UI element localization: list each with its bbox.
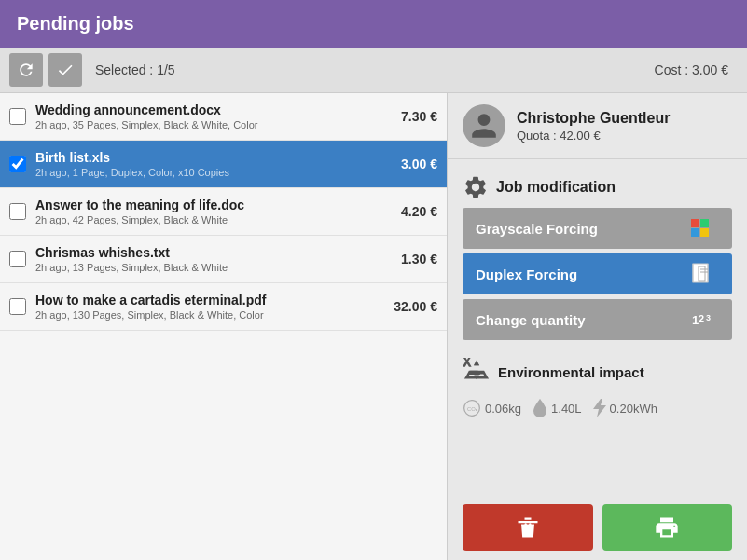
energy-value: 0.20kWh bbox=[610, 402, 657, 416]
svg-rect-3 bbox=[700, 228, 709, 237]
right-panel: Christophe Guentleur Quota : 42.00 € Job… bbox=[448, 93, 747, 560]
svg-text:CO₂: CO₂ bbox=[467, 406, 478, 412]
svg-text:3: 3 bbox=[706, 313, 711, 322]
water-icon bbox=[533, 399, 547, 417]
job-name: Wedding announcement.docx bbox=[35, 102, 392, 117]
job-info: How to make a cartadis eterminal.pdf2h a… bbox=[35, 293, 384, 321]
svg-rect-16 bbox=[529, 523, 531, 533]
job-list: Wedding announcement.docx2h ago, 35 Page… bbox=[0, 93, 448, 560]
job-name: Birth list.xls bbox=[35, 150, 392, 165]
print-icon bbox=[654, 514, 680, 540]
job-meta: 2h ago, 42 Pages, Simplex, Black & White bbox=[35, 214, 392, 225]
job-item[interactable]: Answer to the meaning of life.doc2h ago,… bbox=[0, 188, 447, 236]
option-label: Change quantity bbox=[476, 312, 586, 328]
job-checkbox[interactable] bbox=[9, 108, 26, 125]
job-cost: 1.30 € bbox=[401, 252, 437, 266]
option-label: Grayscale Forcing bbox=[476, 221, 598, 237]
action-buttons bbox=[448, 493, 747, 560]
job-item[interactable]: Wedding announcement.docx2h ago, 35 Page… bbox=[0, 93, 447, 141]
svg-text:2: 2 bbox=[699, 313, 704, 324]
user-avatar bbox=[463, 104, 505, 147]
env-metrics: CO₂ 0.06kg 1.40L 0.20kWh bbox=[463, 393, 732, 423]
water-metric: 1.40L bbox=[533, 399, 582, 417]
job-item[interactable]: Chrismas whishes.txt2h ago, 13 Pages, Si… bbox=[0, 236, 447, 283]
job-cost: 7.30 € bbox=[401, 109, 437, 124]
co2-icon: CO₂ bbox=[463, 399, 481, 417]
option-buttons-container: Grayscale Forcing Duplex Forcing Change … bbox=[463, 208, 732, 340]
job-meta: 2h ago, 130 Pages, Simplex, Black & Whit… bbox=[35, 309, 384, 321]
job-meta: 2h ago, 35 Pages, Simplex, Black & White… bbox=[35, 119, 392, 130]
modification-title: Job modification bbox=[463, 167, 732, 208]
job-cost: 4.20 € bbox=[401, 204, 437, 219]
job-info: Chrismas whishes.txt2h ago, 13 Pages, Si… bbox=[35, 245, 392, 273]
trash-icon bbox=[515, 514, 541, 540]
job-checkbox[interactable] bbox=[9, 156, 26, 172]
env-title: Environmental impact bbox=[463, 358, 732, 386]
svg-rect-15 bbox=[524, 523, 526, 533]
main-layout: Wedding announcement.docx2h ago, 35 Page… bbox=[0, 93, 747, 560]
cost-info: Cost : 3.00 € bbox=[655, 62, 728, 77]
energy-icon bbox=[593, 399, 606, 417]
job-name: Answer to the meaning of life.doc bbox=[35, 198, 392, 212]
option-label: Duplex Forcing bbox=[476, 266, 577, 282]
job-name: How to make a cartadis eterminal.pdf bbox=[35, 293, 384, 307]
job-name: Chrismas whishes.txt bbox=[35, 245, 392, 260]
duplex-icon bbox=[691, 263, 717, 285]
user-quota: Quota : 42.00 € bbox=[517, 129, 670, 143]
modification-title-text: Job modification bbox=[496, 179, 616, 196]
option-btn-grayscale-forcing[interactable]: Grayscale Forcing bbox=[463, 208, 732, 249]
delete-button[interactable] bbox=[463, 504, 593, 551]
svg-rect-0 bbox=[691, 219, 699, 227]
job-item[interactable]: How to make a cartadis eterminal.pdf2h a… bbox=[0, 283, 447, 331]
user-name: Christophe Guentleur bbox=[517, 110, 670, 127]
modification-section: Job modification Grayscale Forcing Duple… bbox=[448, 159, 747, 345]
job-info: Answer to the meaning of life.doc2h ago,… bbox=[35, 198, 392, 225]
user-section: Christophe Guentleur Quota : 42.00 € bbox=[448, 93, 747, 159]
option-btn-change-quantity[interactable]: Change quantity 1 2 3 bbox=[463, 299, 732, 340]
svg-rect-2 bbox=[691, 228, 699, 237]
select-all-button[interactable] bbox=[48, 53, 82, 87]
svg-rect-1 bbox=[700, 219, 709, 227]
job-meta: 2h ago, 1 Page, Duplex, Color, x10 Copie… bbox=[35, 167, 392, 178]
job-info: Wedding announcement.docx2h ago, 35 Page… bbox=[35, 102, 392, 130]
grayscale-icon bbox=[690, 218, 718, 239]
energy-metric: 0.20kWh bbox=[593, 399, 657, 417]
selected-info: Selected : 1/5 bbox=[95, 62, 649, 77]
job-item[interactable]: Birth list.xls2h ago, 1 Page, Duplex, Co… bbox=[0, 141, 447, 188]
job-cost: 3.00 € bbox=[401, 157, 437, 171]
user-info: Christophe Guentleur Quota : 42.00 € bbox=[517, 110, 670, 143]
env-section: Environmental impact CO₂ 0.06kg 1.40L bbox=[448, 348, 747, 432]
job-checkbox[interactable] bbox=[9, 203, 26, 220]
co2-value: 0.06kg bbox=[485, 402, 521, 416]
toolbar: Selected : 1/5 Cost : 3.00 € bbox=[0, 48, 747, 93]
job-checkbox[interactable] bbox=[9, 298, 26, 315]
water-value: 1.40L bbox=[551, 402, 582, 416]
refresh-button[interactable] bbox=[9, 53, 43, 87]
co2-metric: CO₂ 0.06kg bbox=[463, 399, 521, 417]
job-checkbox[interactable] bbox=[9, 251, 26, 267]
job-info: Birth list.xls2h ago, 1 Page, Duplex, Co… bbox=[35, 150, 392, 178]
env-title-text: Environmental impact bbox=[498, 364, 644, 380]
svg-rect-7 bbox=[699, 266, 705, 281]
quantity-icon: 1 2 3 bbox=[690, 309, 718, 330]
recycle-icon bbox=[463, 358, 491, 386]
gear-icon bbox=[463, 174, 489, 200]
job-meta: 2h ago, 13 Pages, Simplex, Black & White bbox=[35, 262, 392, 273]
job-cost: 32.00 € bbox=[394, 299, 437, 314]
print-button[interactable] bbox=[602, 504, 733, 551]
option-btn-duplex-forcing[interactable]: Duplex Forcing bbox=[463, 253, 732, 294]
page-header: Pending jobs bbox=[0, 0, 747, 48]
page-title: Pending jobs bbox=[17, 13, 134, 34]
